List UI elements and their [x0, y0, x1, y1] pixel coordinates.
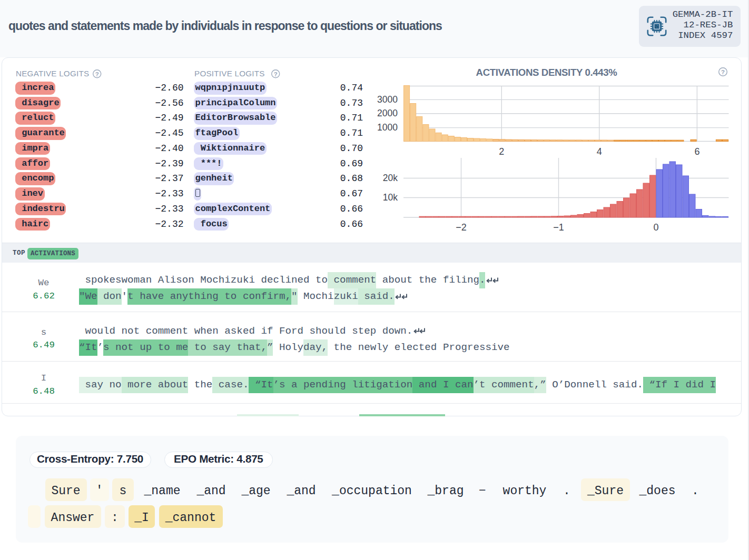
svg-text:4: 4: [597, 146, 602, 157]
svg-text:6: 6: [694, 146, 699, 157]
svg-text:2000: 2000: [377, 108, 398, 118]
svg-text:2: 2: [499, 146, 504, 157]
svg-text:?: ?: [274, 71, 278, 77]
svg-text:−2: −2: [456, 222, 467, 233]
svg-text:1000: 1000: [377, 122, 398, 133]
svg-text:?: ?: [721, 69, 725, 75]
svg-text:3000: 3000: [377, 94, 398, 105]
svg-text:−1: −1: [553, 222, 564, 233]
svg-text:20k: 20k: [383, 173, 398, 183]
svg-text:10k: 10k: [383, 192, 398, 203]
svg-text:?: ?: [95, 71, 99, 77]
svg-text:0: 0: [653, 222, 658, 233]
svg-text:ACTIVATIONS DENSITY 0.443%: ACTIVATIONS DENSITY 0.443%: [476, 67, 618, 78]
